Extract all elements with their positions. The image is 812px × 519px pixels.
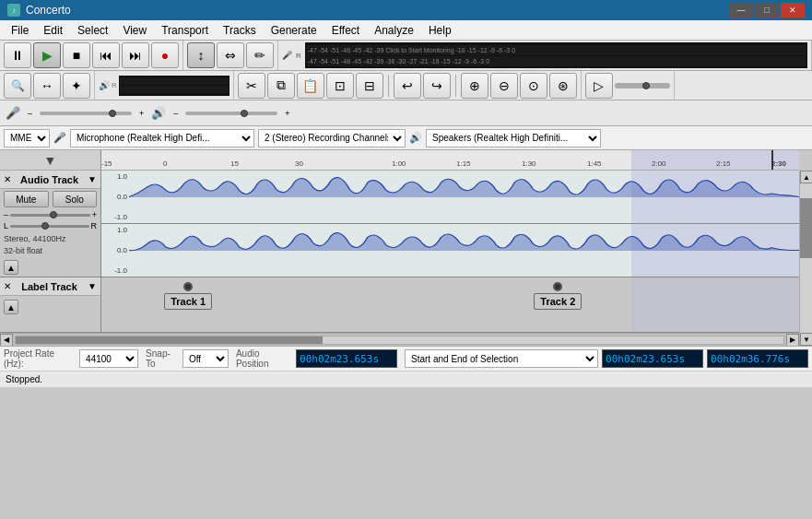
output-device-select[interactable]: Speakers (Realtek High Definiti... xyxy=(426,129,601,147)
redo-button[interactable]: ↪ xyxy=(423,73,451,99)
timeline-spacer: ▼ xyxy=(0,150,101,171)
api-select[interactable]: MME xyxy=(4,129,50,147)
zoom-sel[interactable]: ⊙ xyxy=(520,73,547,99)
envelope-tool[interactable]: ⇔ xyxy=(217,42,244,68)
pan-slider[interactable] xyxy=(10,225,88,228)
v-scroll-thumb xyxy=(800,198,812,258)
trim-button[interactable]: ⊡ xyxy=(326,73,354,99)
silence-button[interactable]: ⊟ xyxy=(356,73,383,99)
y-mid-1: 0.0 xyxy=(101,193,129,201)
zoom-in-button[interactable]: 🔍 xyxy=(4,73,31,99)
menu-tracks[interactable]: Tracks xyxy=(216,20,264,40)
menu-analyze[interactable]: Analyze xyxy=(367,20,421,40)
y-axis-1: 1.0 0.0 -1.0 xyxy=(101,171,129,223)
project-rate-group: Project Rate (Hz): 44100 xyxy=(4,348,138,369)
label-track-dropdown[interactable]: ▼ xyxy=(88,281,97,291)
zoom-fit[interactable]: ⊛ xyxy=(549,73,577,99)
scroll-track[interactable] xyxy=(15,336,784,345)
draw-tool[interactable]: ✏ xyxy=(246,42,274,68)
sel-end-input[interactable] xyxy=(707,349,808,368)
cut-button[interactable]: ✂ xyxy=(238,73,265,99)
menu-generate[interactable]: Generate xyxy=(264,20,324,40)
ruler-mark-100: 1:00 xyxy=(392,159,406,168)
close-button[interactable]: ✕ xyxy=(781,3,805,18)
waveform-area[interactable]: 1.0 0.0 -1.0 xyxy=(101,171,799,277)
zoom-in-edit[interactable]: ⊕ xyxy=(461,73,488,99)
speed-slider[interactable] xyxy=(615,83,670,88)
input-device-select[interactable]: Microphone (Realtek High Defi... xyxy=(70,129,254,147)
vol-min-label: – xyxy=(173,109,178,118)
channel-2: 1.0 0.0 -1.0 xyxy=(101,224,799,277)
snap-to-select[interactable]: Off xyxy=(182,349,229,368)
v-scroll-up-button[interactable]: ▲ xyxy=(800,171,812,183)
time-shift-tool[interactable]: ↔ xyxy=(33,73,61,99)
menubar: File Edit Select View Transport Tracks G… xyxy=(0,20,812,41)
label-track-name: Label Track xyxy=(21,281,77,292)
minimize-button[interactable]: — xyxy=(729,3,753,18)
audio-track-dropdown[interactable]: ▼ xyxy=(88,174,97,184)
label-collapse-button[interactable]: ▲ xyxy=(4,300,18,314)
audio-collapse-button[interactable]: ▲ xyxy=(4,260,18,275)
play-button[interactable]: ▶ xyxy=(33,42,61,68)
audio-track-controls: ✕ Audio Track ▼ Mute Solo – + xyxy=(0,171,101,277)
multi-tool[interactable]: ✦ xyxy=(63,73,90,99)
timeline-ruler: -15 0 15 30 1:00 1:15 1:30 1:45 2:00 2:1… xyxy=(101,150,799,171)
menu-transport[interactable]: Transport xyxy=(154,20,216,40)
menu-file[interactable]: File xyxy=(4,20,36,40)
pan-r: R xyxy=(91,221,98,230)
waveform-svg-2 xyxy=(129,224,799,277)
ffwd-button[interactable]: ⏭ xyxy=(122,42,149,68)
label-track-close[interactable]: ✕ xyxy=(4,281,11,291)
status-text: Stopped. xyxy=(6,374,42,384)
label2-dot xyxy=(553,282,562,291)
mute-solo-row: Mute Solo xyxy=(0,189,100,209)
pause-button[interactable]: ⏸ xyxy=(4,42,31,68)
paste-button[interactable]: 📋 xyxy=(297,73,324,99)
play-at-button[interactable]: ▷ xyxy=(585,73,613,99)
input-gain-slider[interactable] xyxy=(40,112,132,115)
label-track1: Track 1 xyxy=(164,282,212,310)
scroll-right-button[interactable]: ▶ xyxy=(786,334,799,347)
v-scroll-down-button[interactable]: ▼ xyxy=(800,333,812,346)
ruler-mark-n15: -15 xyxy=(101,159,112,168)
v-scroll-track[interactable] xyxy=(800,183,812,333)
zoom-out-edit[interactable]: ⊖ xyxy=(490,73,518,99)
channels-select[interactable]: 2 (Stereo) Recording Channels xyxy=(258,129,406,147)
sep-1 xyxy=(388,75,389,97)
audio-track-close[interactable]: ✕ xyxy=(4,174,11,184)
scroll-left-button[interactable]: ◀ xyxy=(0,334,13,347)
pan-row: L R xyxy=(0,220,100,231)
sep-2 xyxy=(455,75,456,97)
solo-button[interactable]: Solo xyxy=(53,191,98,207)
undo-button[interactable]: ↩ xyxy=(394,73,421,99)
ruler-marks: -15 0 15 30 1:00 1:15 1:30 1:45 2:00 2:1… xyxy=(101,150,799,170)
maximize-button[interactable]: □ xyxy=(755,3,779,18)
menu-edit[interactable]: Edit xyxy=(36,20,70,40)
ruler-mark-115: 1:15 xyxy=(456,159,471,168)
vu-output-meter xyxy=(119,76,229,96)
menu-select[interactable]: Select xyxy=(70,20,115,40)
gain-plus: + xyxy=(92,210,97,219)
y-axis-2: 1.0 0.0 -1.0 xyxy=(101,224,129,277)
output-vol-slider[interactable] xyxy=(185,112,277,115)
project-rate-select[interactable]: 44100 xyxy=(79,349,138,368)
audio-pos-input[interactable] xyxy=(296,349,397,368)
mute-button[interactable]: Mute xyxy=(4,191,49,207)
vu-input-meter: -47 -54 -51 -48 -45 -42 -39 Click to Sta… xyxy=(305,42,807,68)
record-button[interactable]: ● xyxy=(151,42,179,68)
copy-button[interactable]: ⧉ xyxy=(267,73,295,99)
ruler-mark-145: 1:45 xyxy=(587,159,602,168)
rewind-button[interactable]: ⏮ xyxy=(92,42,120,68)
menu-help[interactable]: Help xyxy=(421,20,459,40)
menu-view[interactable]: View xyxy=(115,20,154,40)
selection-tool[interactable]: ↕ xyxy=(187,42,215,68)
label1-dot xyxy=(183,282,193,291)
gain-slider[interactable] xyxy=(10,214,90,217)
all-tracks: ✕ Audio Track ▼ Mute Solo – + xyxy=(0,171,799,346)
sel-start-input[interactable] xyxy=(602,349,703,368)
stop-button[interactable]: ■ xyxy=(63,42,90,68)
vu-scale-bot: -47 -54 -51 -48 -45 -42 -39 -36 -30 -27 … xyxy=(308,58,489,65)
ruler-mark-200: 2:00 xyxy=(652,159,666,168)
selection-type-select[interactable]: Start and End of Selection xyxy=(405,349,598,368)
menu-effect[interactable]: Effect xyxy=(324,20,367,40)
